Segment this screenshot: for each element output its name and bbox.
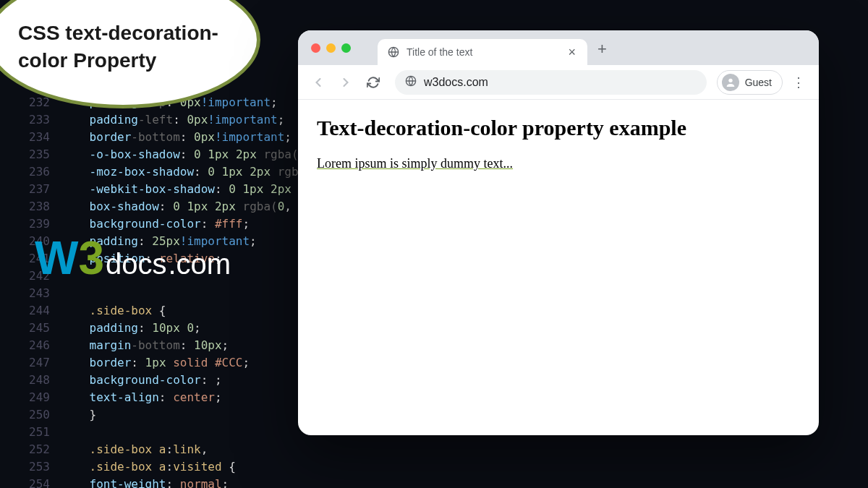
logo-3: 3 <box>78 231 104 285</box>
browser-toolbar: w3docs.com Guest ⋮ <box>298 65 819 100</box>
back-button[interactable] <box>307 71 330 94</box>
globe-icon <box>405 75 417 90</box>
avatar-icon <box>722 74 739 91</box>
reload-button[interactable] <box>362 71 385 94</box>
browser-tab[interactable]: Title of the text × <box>378 39 587 65</box>
tab-title: Title of the text <box>407 46 559 58</box>
traffic-lights <box>311 43 351 53</box>
page-heading: Text-decoration-color property example <box>317 116 800 140</box>
menu-button[interactable]: ⋮ <box>787 71 810 94</box>
forward-button[interactable] <box>334 71 357 94</box>
bubble-title: CSS text-decoration-color Property <box>18 20 235 74</box>
logo-docs: docs <box>106 248 167 281</box>
speech-bubble: CSS text-decoration-color Property <box>0 0 260 108</box>
logo-w: W <box>35 231 77 285</box>
address-bar[interactable]: w3docs.com <box>395 70 707 95</box>
browser-window: Title of the text × + w3docs.com <box>298 30 819 435</box>
page-viewport: Text-decoration-color property example L… <box>298 100 819 187</box>
tab-bar: Title of the text × + <box>298 30 819 65</box>
profile-label: Guest <box>745 77 772 88</box>
window-minimize-button[interactable] <box>326 43 336 53</box>
tab-close-button[interactable]: × <box>566 45 577 60</box>
window-close-button[interactable] <box>311 43 320 53</box>
page-paragraph: Lorem ipsum is simply dummy text... <box>317 156 513 171</box>
new-tab-button[interactable]: + <box>597 40 607 61</box>
w3docs-logo: W 3 docs .com <box>35 231 231 285</box>
profile-button[interactable]: Guest <box>717 70 783 95</box>
window-maximize-button[interactable] <box>341 43 351 53</box>
logo-dotcom: .com <box>169 248 231 281</box>
url-text: w3docs.com <box>424 76 488 89</box>
globe-icon <box>388 46 399 58</box>
svg-point-2 <box>728 78 732 82</box>
